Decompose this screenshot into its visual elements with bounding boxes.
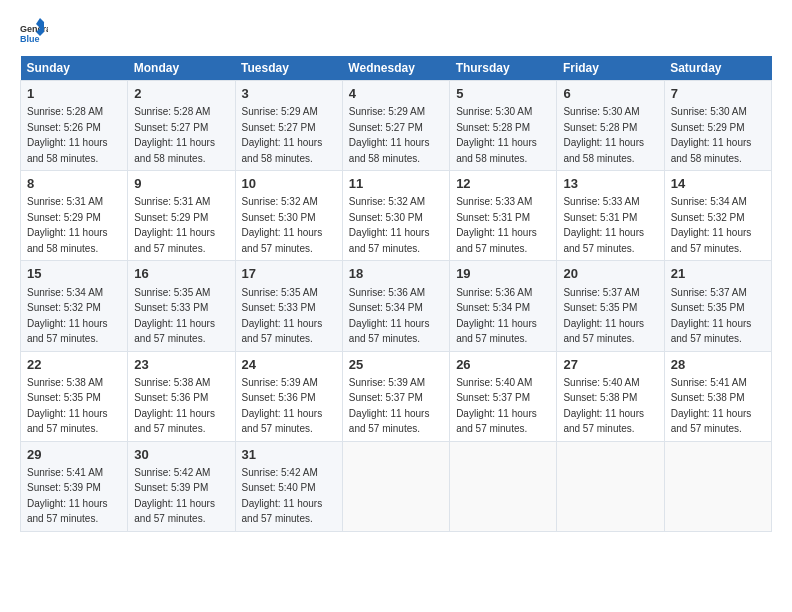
day-info: Sunrise: 5:36 AMSunset: 5:34 PMDaylight:…	[349, 287, 430, 345]
calendar-cell: 21 Sunrise: 5:37 AMSunset: 5:35 PMDaylig…	[664, 261, 771, 351]
day-info: Sunrise: 5:42 AMSunset: 5:40 PMDaylight:…	[242, 467, 323, 525]
day-info: Sunrise: 5:33 AMSunset: 5:31 PMDaylight:…	[456, 196, 537, 254]
day-number: 7	[671, 85, 765, 103]
calendar-cell: 3 Sunrise: 5:29 AMSunset: 5:27 PMDayligh…	[235, 81, 342, 171]
calendar-cell: 7 Sunrise: 5:30 AMSunset: 5:29 PMDayligh…	[664, 81, 771, 171]
day-info: Sunrise: 5:34 AMSunset: 5:32 PMDaylight:…	[27, 287, 108, 345]
day-info: Sunrise: 5:29 AMSunset: 5:27 PMDaylight:…	[349, 106, 430, 164]
day-info: Sunrise: 5:34 AMSunset: 5:32 PMDaylight:…	[671, 196, 752, 254]
day-number: 9	[134, 175, 228, 193]
calendar-cell: 6 Sunrise: 5:30 AMSunset: 5:28 PMDayligh…	[557, 81, 664, 171]
calendar-header-row: SundayMondayTuesdayWednesdayThursdayFrid…	[21, 56, 772, 81]
calendar-cell: 4 Sunrise: 5:29 AMSunset: 5:27 PMDayligh…	[342, 81, 449, 171]
day-number: 10	[242, 175, 336, 193]
calendar-cell: 25 Sunrise: 5:39 AMSunset: 5:37 PMDaylig…	[342, 351, 449, 441]
header-wednesday: Wednesday	[342, 56, 449, 81]
calendar-cell: 15 Sunrise: 5:34 AMSunset: 5:32 PMDaylig…	[21, 261, 128, 351]
day-number: 30	[134, 446, 228, 464]
day-number: 11	[349, 175, 443, 193]
day-info: Sunrise: 5:35 AMSunset: 5:33 PMDaylight:…	[134, 287, 215, 345]
page-container: General Blue SundayMondayTuesdayWednesda…	[0, 0, 792, 542]
header-friday: Friday	[557, 56, 664, 81]
day-info: Sunrise: 5:30 AMSunset: 5:28 PMDaylight:…	[456, 106, 537, 164]
calendar-cell: 30 Sunrise: 5:42 AMSunset: 5:39 PMDaylig…	[128, 441, 235, 531]
day-number: 27	[563, 356, 657, 374]
day-info: Sunrise: 5:36 AMSunset: 5:34 PMDaylight:…	[456, 287, 537, 345]
day-info: Sunrise: 5:40 AMSunset: 5:38 PMDaylight:…	[563, 377, 644, 435]
calendar-week-row: 1 Sunrise: 5:28 AMSunset: 5:26 PMDayligh…	[21, 81, 772, 171]
day-number: 8	[27, 175, 121, 193]
day-number: 28	[671, 356, 765, 374]
day-info: Sunrise: 5:41 AMSunset: 5:39 PMDaylight:…	[27, 467, 108, 525]
logo-icon: General Blue	[20, 18, 48, 46]
day-number: 23	[134, 356, 228, 374]
day-number: 25	[349, 356, 443, 374]
day-info: Sunrise: 5:30 AMSunset: 5:29 PMDaylight:…	[671, 106, 752, 164]
header-saturday: Saturday	[664, 56, 771, 81]
calendar-cell: 13 Sunrise: 5:33 AMSunset: 5:31 PMDaylig…	[557, 171, 664, 261]
day-info: Sunrise: 5:29 AMSunset: 5:27 PMDaylight:…	[242, 106, 323, 164]
header-monday: Monday	[128, 56, 235, 81]
calendar-cell: 9 Sunrise: 5:31 AMSunset: 5:29 PMDayligh…	[128, 171, 235, 261]
calendar-cell: 20 Sunrise: 5:37 AMSunset: 5:35 PMDaylig…	[557, 261, 664, 351]
day-number: 3	[242, 85, 336, 103]
day-number: 5	[456, 85, 550, 103]
calendar-cell: 10 Sunrise: 5:32 AMSunset: 5:30 PMDaylig…	[235, 171, 342, 261]
calendar-cell: 23 Sunrise: 5:38 AMSunset: 5:36 PMDaylig…	[128, 351, 235, 441]
day-info: Sunrise: 5:42 AMSunset: 5:39 PMDaylight:…	[134, 467, 215, 525]
calendar-week-row: 15 Sunrise: 5:34 AMSunset: 5:32 PMDaylig…	[21, 261, 772, 351]
calendar-cell: 14 Sunrise: 5:34 AMSunset: 5:32 PMDaylig…	[664, 171, 771, 261]
day-number: 14	[671, 175, 765, 193]
day-number: 26	[456, 356, 550, 374]
day-number: 31	[242, 446, 336, 464]
calendar-cell: 8 Sunrise: 5:31 AMSunset: 5:29 PMDayligh…	[21, 171, 128, 261]
calendar-cell: 31 Sunrise: 5:42 AMSunset: 5:40 PMDaylig…	[235, 441, 342, 531]
day-number: 29	[27, 446, 121, 464]
day-number: 20	[563, 265, 657, 283]
day-number: 12	[456, 175, 550, 193]
header-sunday: Sunday	[21, 56, 128, 81]
day-number: 4	[349, 85, 443, 103]
calendar-cell: 2 Sunrise: 5:28 AMSunset: 5:27 PMDayligh…	[128, 81, 235, 171]
header-thursday: Thursday	[450, 56, 557, 81]
day-info: Sunrise: 5:39 AMSunset: 5:36 PMDaylight:…	[242, 377, 323, 435]
day-info: Sunrise: 5:40 AMSunset: 5:37 PMDaylight:…	[456, 377, 537, 435]
header-tuesday: Tuesday	[235, 56, 342, 81]
svg-text:Blue: Blue	[20, 34, 40, 44]
calendar-cell: 29 Sunrise: 5:41 AMSunset: 5:39 PMDaylig…	[21, 441, 128, 531]
calendar-cell: 17 Sunrise: 5:35 AMSunset: 5:33 PMDaylig…	[235, 261, 342, 351]
calendar-cell: 11 Sunrise: 5:32 AMSunset: 5:30 PMDaylig…	[342, 171, 449, 261]
calendar-cell: 19 Sunrise: 5:36 AMSunset: 5:34 PMDaylig…	[450, 261, 557, 351]
day-info: Sunrise: 5:33 AMSunset: 5:31 PMDaylight:…	[563, 196, 644, 254]
day-info: Sunrise: 5:31 AMSunset: 5:29 PMDaylight:…	[134, 196, 215, 254]
calendar-cell: 5 Sunrise: 5:30 AMSunset: 5:28 PMDayligh…	[450, 81, 557, 171]
day-info: Sunrise: 5:37 AMSunset: 5:35 PMDaylight:…	[563, 287, 644, 345]
calendar-cell: 26 Sunrise: 5:40 AMSunset: 5:37 PMDaylig…	[450, 351, 557, 441]
day-number: 1	[27, 85, 121, 103]
day-info: Sunrise: 5:37 AMSunset: 5:35 PMDaylight:…	[671, 287, 752, 345]
logo: General Blue	[20, 18, 52, 46]
calendar-cell	[450, 441, 557, 531]
calendar-cell: 18 Sunrise: 5:36 AMSunset: 5:34 PMDaylig…	[342, 261, 449, 351]
calendar-cell: 24 Sunrise: 5:39 AMSunset: 5:36 PMDaylig…	[235, 351, 342, 441]
day-info: Sunrise: 5:32 AMSunset: 5:30 PMDaylight:…	[242, 196, 323, 254]
calendar-cell	[342, 441, 449, 531]
day-number: 2	[134, 85, 228, 103]
day-number: 13	[563, 175, 657, 193]
day-info: Sunrise: 5:31 AMSunset: 5:29 PMDaylight:…	[27, 196, 108, 254]
day-number: 22	[27, 356, 121, 374]
day-number: 24	[242, 356, 336, 374]
calendar-week-row: 29 Sunrise: 5:41 AMSunset: 5:39 PMDaylig…	[21, 441, 772, 531]
calendar-cell	[557, 441, 664, 531]
day-info: Sunrise: 5:28 AMSunset: 5:27 PMDaylight:…	[134, 106, 215, 164]
calendar-table: SundayMondayTuesdayWednesdayThursdayFrid…	[20, 56, 772, 532]
day-info: Sunrise: 5:41 AMSunset: 5:38 PMDaylight:…	[671, 377, 752, 435]
calendar-cell: 22 Sunrise: 5:38 AMSunset: 5:35 PMDaylig…	[21, 351, 128, 441]
day-number: 16	[134, 265, 228, 283]
calendar-week-row: 8 Sunrise: 5:31 AMSunset: 5:29 PMDayligh…	[21, 171, 772, 261]
day-number: 17	[242, 265, 336, 283]
calendar-cell: 1 Sunrise: 5:28 AMSunset: 5:26 PMDayligh…	[21, 81, 128, 171]
header-row: General Blue	[20, 18, 772, 46]
day-number: 6	[563, 85, 657, 103]
day-number: 18	[349, 265, 443, 283]
